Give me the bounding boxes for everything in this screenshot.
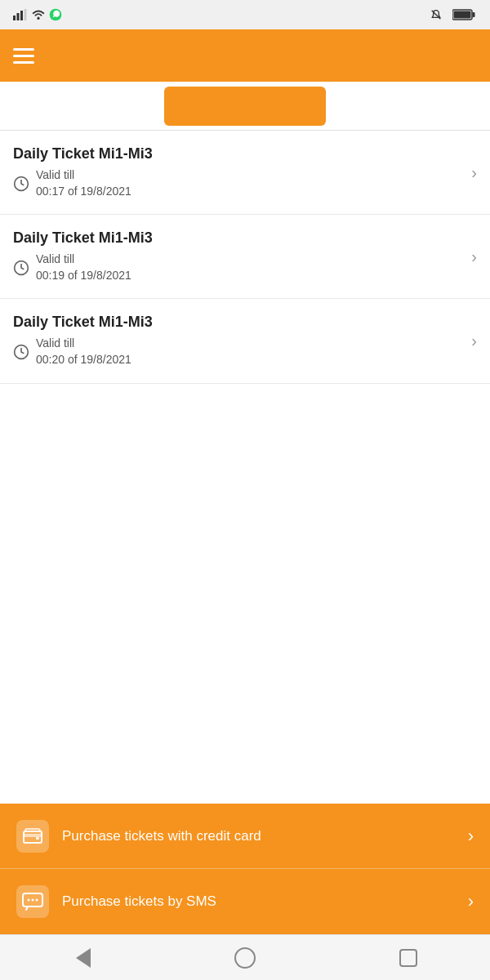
- ticket-name: Daily Ticket Mi1-Mi3: [13, 314, 477, 331]
- ticket-validity: Valid till 00:17 of 19/8/2021: [13, 167, 477, 199]
- whatsapp-icon: [49, 8, 62, 21]
- clock-icon: [13, 344, 29, 360]
- home-icon: [234, 947, 256, 969]
- ticket-chevron-icon: ›: [471, 163, 477, 182]
- app-header: [0, 29, 490, 82]
- ticket-validity: Valid till 00:20 of 19/8/2021: [13, 336, 477, 368]
- ticket-name: Daily Ticket Mi1-Mi3: [13, 229, 477, 247]
- nav-bar: [0, 934, 490, 980]
- svg-point-17: [28, 899, 30, 902]
- purchase-credit-card-button[interactable]: Purchase tickets with credit card ›: [0, 804, 490, 869]
- ticket-chevron-icon: ›: [471, 332, 477, 350]
- nav-recent-button[interactable]: [394, 943, 423, 973]
- credit-card-chevron-icon: ›: [468, 826, 474, 847]
- ticket-chevron-icon: ›: [471, 247, 477, 266]
- tab-bar: [0, 82, 490, 131]
- nav-back-button[interactable]: [67, 943, 96, 973]
- status-right: [430, 8, 480, 21]
- signal-icon: [13, 9, 28, 20]
- clock-icon: [13, 176, 29, 192]
- ticket-validity-text: Valid till 00:20 of 19/8/2021: [36, 336, 131, 368]
- svg-rect-14: [24, 834, 42, 837]
- ticket-validity: Valid till 00:19 of 19/8/2021: [13, 252, 477, 283]
- purchase-buttons: Purchase tickets with credit card › Purc…: [0, 804, 490, 934]
- svg-rect-3: [24, 9, 27, 20]
- status-bar: [0, 0, 490, 29]
- svg-point-19: [36, 899, 38, 902]
- nav-home-button[interactable]: [230, 943, 260, 973]
- status-left: [10, 8, 62, 21]
- battery-icon: [452, 9, 475, 20]
- ticket-item[interactable]: Daily Ticket Mi1-Mi3 Valid till 00:17 of…: [0, 131, 490, 215]
- ticket-item[interactable]: Daily Ticket Mi1-Mi3 Valid till 00:19 of…: [0, 215, 490, 299]
- ticket-item[interactable]: Daily Ticket Mi1-Mi3 Valid till 00:20 of…: [0, 299, 490, 383]
- ticket-validity-text: Valid till 00:19 of 19/8/2021: [36, 252, 131, 283]
- purchase-sms-button[interactable]: Purchase tickets by SMS ›: [0, 869, 490, 934]
- svg-rect-8: [454, 11, 471, 19]
- tab-available[interactable]: [0, 82, 161, 130]
- svg-point-4: [37, 17, 39, 20]
- wallet-icon: [16, 820, 49, 853]
- ticket-name: Daily Ticket Mi1-Mi3: [13, 145, 477, 163]
- svg-rect-2: [20, 11, 23, 20]
- sms-icon: [16, 885, 49, 918]
- hamburger-menu[interactable]: [13, 48, 34, 64]
- credit-card-label: Purchase tickets with credit card: [62, 828, 455, 844]
- svg-rect-9: [473, 12, 475, 17]
- sms-label: Purchase tickets by SMS: [62, 893, 455, 910]
- bell-mute-icon: [430, 8, 443, 21]
- ticket-validity-text: Valid till 00:17 of 19/8/2021: [36, 167, 131, 199]
- svg-rect-1: [17, 13, 20, 20]
- svg-rect-15: [36, 837, 39, 840]
- svg-point-18: [32, 899, 34, 902]
- ticket-list: Daily Ticket Mi1-Mi3 Valid till 00:17 of…: [0, 131, 490, 804]
- wifi-icon: [31, 9, 46, 20]
- tab-used[interactable]: [329, 82, 490, 130]
- back-icon: [76, 948, 91, 968]
- recent-icon: [399, 949, 417, 967]
- tab-inuse[interactable]: [164, 87, 325, 126]
- svg-rect-0: [13, 16, 16, 20]
- sms-chevron-icon: ›: [468, 891, 474, 912]
- clock-icon: [13, 260, 29, 276]
